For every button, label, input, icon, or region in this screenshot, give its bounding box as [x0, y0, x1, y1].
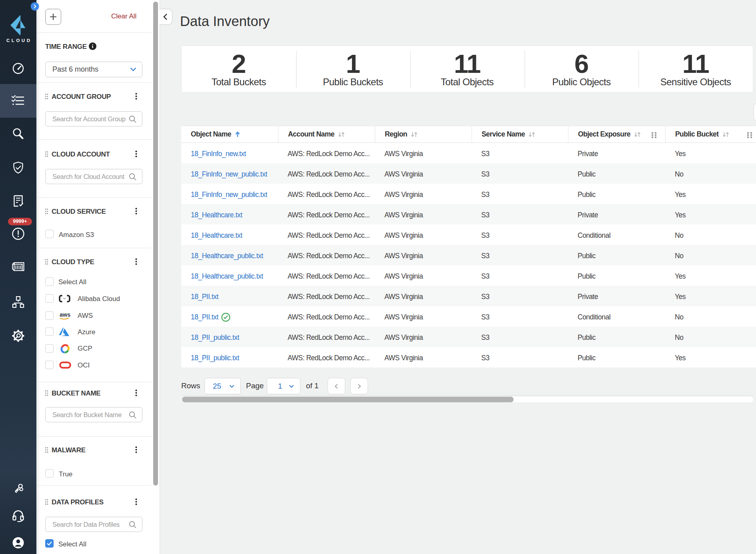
svg-text:aws: aws — [60, 311, 70, 318]
